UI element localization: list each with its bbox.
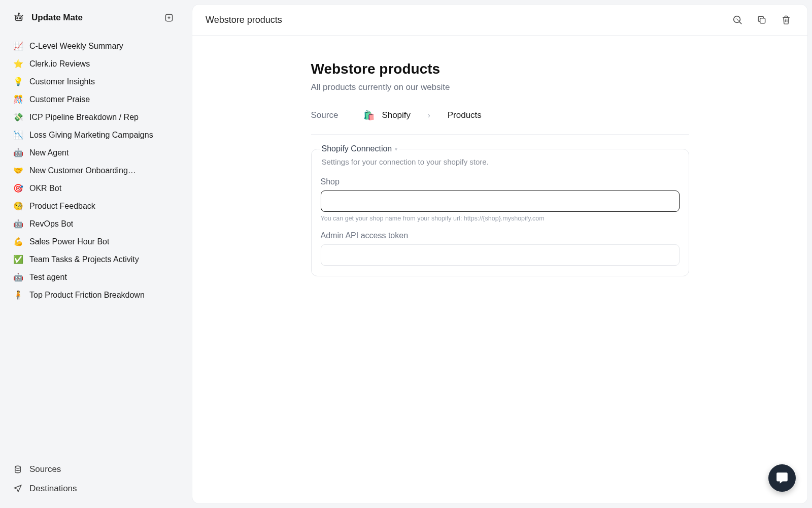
form: Shop You can get your shop name from you… xyxy=(312,166,689,276)
source-value: 🛍️ Shopify › Products xyxy=(363,110,481,121)
sidebar-item-sales-power-hour[interactable]: 💪Sales Power Hour Bot xyxy=(10,233,178,250)
sidebar-header: Update Mate xyxy=(10,12,178,23)
svg-line-5 xyxy=(15,15,16,16)
sidebar-item-label: OKR Bot xyxy=(29,184,61,193)
nav-list: 📈C-Level Weekly Summary ⭐Clerk.io Review… xyxy=(10,38,178,454)
shop-hint: You can get your shop name from your sho… xyxy=(321,215,680,222)
person-icon: 🧍 xyxy=(13,290,22,300)
sidebar-item-label: Customer Praise xyxy=(29,95,90,104)
money-icon: 💸 xyxy=(13,112,22,122)
robot-icon xyxy=(13,12,24,23)
sidebar-item-clerk-reviews[interactable]: ⭐Clerk.io Reviews xyxy=(10,55,178,72)
confetti-icon: 🎊 xyxy=(13,94,22,104)
svg-rect-13 xyxy=(760,18,765,23)
card: Webstore products xyxy=(192,4,808,504)
card-actions xyxy=(731,14,792,26)
sidebar-item-loss-giving[interactable]: 📉Loss Giving Marketing Campaigns xyxy=(10,126,178,143)
field-token: Admin API access token xyxy=(321,231,680,266)
sidebar-item-okr-bot[interactable]: 🎯OKR Bot xyxy=(10,180,178,197)
sidebar-item-label: Product Feedback xyxy=(29,202,95,211)
star-icon: ⭐ xyxy=(13,59,22,69)
svg-point-4 xyxy=(18,13,19,14)
bulb-icon: 💡 xyxy=(13,77,22,86)
face-icon: 🧐 xyxy=(13,201,22,211)
sidebar-item-label: Team Tasks & Projects Activity xyxy=(29,255,139,264)
robot-icon: 🤖 xyxy=(13,148,22,157)
sidebar-item-label: Top Product Friction Breakdown xyxy=(29,291,145,300)
content: Webstore products All products currently… xyxy=(311,61,689,276)
shopify-icon: 🛍️ xyxy=(363,110,375,121)
sidebar-item-label: Loss Giving Marketing Campaigns xyxy=(29,131,153,140)
panel-subtitle: Settings for your connection to your sho… xyxy=(322,157,679,166)
svg-line-12 xyxy=(739,22,741,24)
main: Webstore products xyxy=(188,0,812,508)
sidebar-item-revops-bot[interactable]: 🤖RevOps Bot xyxy=(10,215,178,232)
footer-item-label: Destinations xyxy=(29,484,77,494)
card-header: Webstore products xyxy=(192,5,807,36)
sidebar: Update Mate 📈C-Level Weekly Summary ⭐Cle… xyxy=(0,0,188,508)
brand-name: Update Mate xyxy=(31,13,83,23)
svg-point-1 xyxy=(17,18,18,19)
sidebar-item-top-product-friction[interactable]: 🧍Top Product Friction Breakdown xyxy=(10,287,178,303)
footer-item-destinations[interactable]: Destinations xyxy=(10,480,178,498)
sidebar-item-customer-praise[interactable]: 🎊Customer Praise xyxy=(10,91,178,108)
sidebar-item-team-tasks[interactable]: ✅Team Tasks & Projects Activity xyxy=(10,251,178,268)
code-search-button[interactable] xyxy=(731,14,743,26)
sidebar-item-label: ICP Pipeline Breakdown / Rep xyxy=(29,113,139,122)
delete-button[interactable] xyxy=(780,14,792,26)
chart-icon: 📈 xyxy=(13,41,22,51)
sidebar-item-label: Clerk.io Reviews xyxy=(29,59,90,69)
sidebar-item-label: New Agent xyxy=(29,148,69,157)
connection-panel: Shopify Connection ▾ Settings for your c… xyxy=(311,149,689,276)
sidebar-item-label: New Customer Onboarding… xyxy=(29,166,136,175)
panel-title: Shopify Connection xyxy=(322,144,392,153)
sidebar-item-label: Customer Insights xyxy=(29,77,95,86)
robot-icon: 🤖 xyxy=(13,219,22,229)
chat-button[interactable] xyxy=(768,464,796,492)
sidebar-item-c-level-weekly-summary[interactable]: 📈C-Level Weekly Summary xyxy=(10,38,178,54)
svg-point-10 xyxy=(15,466,21,468)
sidebar-item-label: RevOps Bot xyxy=(29,219,73,229)
source-type[interactable]: Products xyxy=(448,110,482,120)
brand[interactable]: Update Mate xyxy=(13,12,83,23)
sidebar-item-new-agent[interactable]: 🤖New Agent xyxy=(10,144,178,161)
database-icon xyxy=(13,465,22,474)
muscle-icon: 💪 xyxy=(13,237,22,246)
field-shop: Shop You can get your shop name from you… xyxy=(321,177,680,222)
chevron-down-icon: ▾ xyxy=(395,146,397,152)
chart-down-icon: 📉 xyxy=(13,130,22,140)
sidebar-footer: Sources Destinations xyxy=(10,460,178,498)
card-body: Webstore products All products currently… xyxy=(192,36,807,276)
token-label: Admin API access token xyxy=(321,231,680,240)
token-input[interactable] xyxy=(321,244,680,266)
source-provider[interactable]: Shopify xyxy=(382,110,411,120)
page-title: Webstore products xyxy=(311,61,689,77)
footer-item-label: Sources xyxy=(29,464,61,474)
sidebar-item-label: Sales Power Hour Bot xyxy=(29,237,109,246)
panel-header: Shopify Connection ▾ Settings for your c… xyxy=(312,149,689,166)
robot-icon: 🤖 xyxy=(13,272,22,282)
add-button[interactable] xyxy=(163,12,175,23)
send-icon xyxy=(13,484,22,493)
check-icon: ✅ xyxy=(13,255,22,264)
svg-point-2 xyxy=(20,18,21,19)
chevron-right-icon: › xyxy=(428,111,430,119)
panel-title-row[interactable]: Shopify Connection ▾ xyxy=(320,144,400,153)
footer-item-sources[interactable]: Sources xyxy=(10,460,178,479)
sidebar-item-product-feedback[interactable]: 🧐Product Feedback xyxy=(10,198,178,214)
sidebar-item-customer-insights[interactable]: 💡Customer Insights xyxy=(10,73,178,90)
shop-label: Shop xyxy=(321,177,680,186)
source-row: Source 🛍️ Shopify › Products xyxy=(311,110,689,135)
source-label: Source xyxy=(311,110,339,120)
sidebar-item-new-customer-onboarding[interactable]: 🤝New Customer Onboarding… xyxy=(10,162,178,179)
sidebar-item-label: C-Level Weekly Summary xyxy=(29,42,123,51)
shop-input[interactable] xyxy=(321,190,680,212)
sidebar-item-icp-pipeline[interactable]: 💸ICP Pipeline Breakdown / Rep xyxy=(10,109,178,125)
svg-line-6 xyxy=(22,15,23,16)
duplicate-button[interactable] xyxy=(756,14,768,26)
sidebar-item-label: Test agent xyxy=(29,273,67,282)
sidebar-item-test-agent[interactable]: 🤖Test agent xyxy=(10,269,178,285)
svg-point-11 xyxy=(734,16,740,23)
target-icon: 🎯 xyxy=(13,183,22,193)
handshake-icon: 🤝 xyxy=(13,166,22,175)
